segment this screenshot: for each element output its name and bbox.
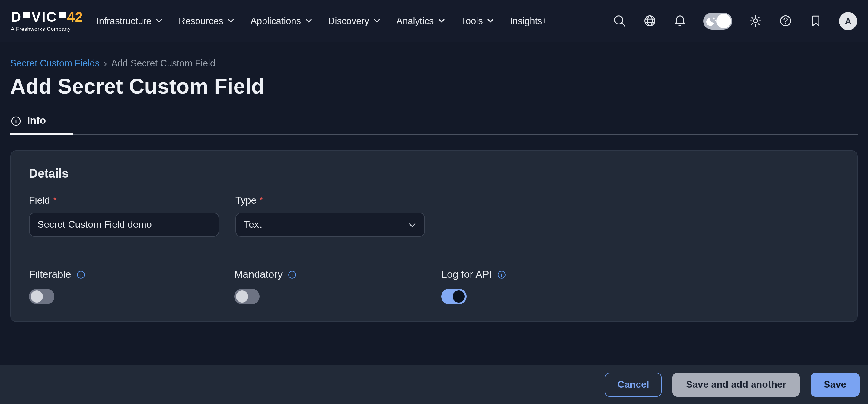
toggle-row: Filterable Mandatory — [29, 269, 839, 305]
globe-icon[interactable] — [643, 14, 657, 28]
required-marker: * — [53, 195, 56, 206]
logo-number: 42 — [67, 10, 83, 24]
label-text: Mandatory — [234, 269, 283, 281]
info-icon — [10, 115, 22, 126]
logo-letter: C — [46, 10, 57, 24]
chevron-down-icon — [487, 19, 494, 23]
logo-letter: V — [31, 10, 42, 24]
label-text: Filterable — [29, 269, 71, 281]
logo-letter-e — [23, 12, 30, 22]
toggle-knob — [31, 290, 43, 302]
field-label: Field * — [29, 195, 219, 206]
menu-label: Tools — [461, 16, 483, 26]
info-icon[interactable] — [76, 270, 86, 280]
cancel-button[interactable]: Cancel — [605, 373, 662, 397]
log-for-api-label: Log for API — [441, 269, 839, 281]
page-title: Add Secret Custom Field — [10, 74, 858, 98]
menu-label: Analytics — [396, 16, 434, 26]
label-text: Field — [29, 195, 50, 206]
chevron-down-icon — [227, 19, 234, 23]
toggle-knob — [716, 13, 731, 28]
menu-tools[interactable]: Tools — [461, 16, 493, 26]
mandatory-toggle[interactable] — [234, 289, 259, 305]
avatar-initial: A — [845, 16, 851, 26]
type-select-value: Text — [244, 219, 262, 230]
breadcrumb: Secret Custom Fields › Add Secret Custom… — [10, 42, 858, 69]
details-card: Details Field * Type * Text — [10, 150, 858, 322]
menu-discovery[interactable]: Discovery — [328, 16, 380, 26]
chevron-down-icon — [438, 19, 444, 23]
field-group-type: Type * Text — [236, 195, 425, 237]
type-label: Type * — [236, 195, 425, 206]
toggle-group-log-for-api: Log for API — [441, 269, 839, 305]
breadcrumb-current: Add Secret Custom Field — [112, 58, 216, 69]
menu-label: Infrastructure — [96, 16, 152, 26]
toggle-group-filterable: Filterable — [29, 269, 234, 305]
main-menu: Infrastructure Resources Applications Di… — [96, 16, 548, 26]
action-footer: Cancel Save and add another Save — [0, 365, 868, 404]
menu-label: Applications — [250, 16, 301, 26]
app-root: DVIC42 A Freshworks Company Infrastructu… — [0, 0, 868, 404]
help-icon[interactable] — [779, 14, 793, 28]
user-avatar[interactable]: A — [839, 12, 857, 30]
bookmark-icon[interactable] — [809, 14, 823, 28]
main-content: Secret Custom Fields › Add Secret Custom… — [0, 42, 868, 322]
logo-letter-e — [59, 12, 66, 22]
form-fields-row: Field * Type * Text — [29, 195, 839, 237]
mandatory-label: Mandatory — [234, 269, 441, 281]
save-button[interactable]: Save — [810, 373, 860, 397]
filterable-label: Filterable — [29, 269, 234, 281]
card-divider — [29, 254, 839, 254]
section-title: Details — [29, 167, 839, 180]
info-icon[interactable] — [497, 270, 506, 280]
navbar-actions: A — [613, 12, 857, 30]
breadcrumb-parent-link[interactable]: Secret Custom Fields — [10, 58, 100, 69]
type-select[interactable]: Text — [236, 212, 425, 237]
menu-applications[interactable]: Applications — [250, 16, 312, 26]
field-name-input[interactable] — [29, 212, 219, 237]
toggle-group-mandatory: Mandatory — [234, 269, 441, 305]
chevron-down-icon — [407, 220, 418, 231]
notifications-bell-icon[interactable] — [673, 14, 687, 28]
menu-label: Discovery — [328, 16, 369, 26]
chevron-down-icon — [305, 19, 312, 23]
settings-gear-icon[interactable] — [748, 14, 763, 28]
label-text: Type — [236, 195, 256, 206]
moon-icon — [706, 15, 718, 27]
logo-letter: I — [42, 10, 46, 24]
top-navbar: DVIC42 A Freshworks Company Infrastructu… — [0, 0, 868, 42]
menu-analytics[interactable]: Analytics — [396, 16, 444, 26]
menu-resources[interactable]: Resources — [179, 16, 234, 26]
required-marker: * — [259, 195, 263, 206]
chevron-down-icon — [373, 19, 380, 23]
search-icon[interactable] — [613, 14, 626, 28]
menu-label: Insights+ — [510, 16, 548, 26]
save-and-add-another-button[interactable]: Save and add another — [673, 373, 800, 397]
theme-toggle[interactable] — [703, 12, 732, 29]
filterable-toggle[interactable] — [29, 289, 54, 305]
tab-info[interactable]: Info — [10, 115, 73, 135]
field-group-name: Field * — [29, 195, 219, 237]
logo-tagline: A Freshworks Company — [11, 26, 83, 32]
log-for-api-toggle[interactable] — [441, 289, 467, 305]
toggle-knob — [453, 290, 465, 302]
tab-bar: Info — [10, 115, 858, 135]
logo-letter: D — [11, 10, 22, 24]
menu-infrastructure[interactable]: Infrastructure — [96, 16, 162, 26]
menu-insights[interactable]: Insights+ — [510, 16, 548, 26]
menu-label: Resources — [179, 16, 223, 26]
tab-label: Info — [27, 115, 46, 127]
chevron-down-icon — [156, 19, 162, 23]
device42-logo[interactable]: DVIC42 A Freshworks Company — [11, 10, 83, 32]
breadcrumb-separator: › — [104, 58, 107, 69]
toggle-knob — [236, 290, 248, 302]
label-text: Log for API — [441, 269, 492, 281]
info-icon[interactable] — [288, 270, 297, 280]
logo-wordmark: DVIC42 — [11, 10, 83, 24]
